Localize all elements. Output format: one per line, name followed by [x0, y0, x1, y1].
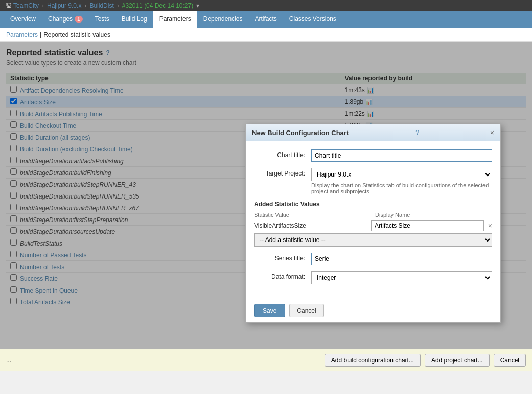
- target-project-label: Target Project:: [254, 168, 305, 177]
- modal-cancel-button[interactable]: Cancel: [289, 304, 323, 317]
- modal-body: Chart title: Target Project: Hajipur 9.0…: [246, 141, 500, 299]
- form-row-data-format: Data format: Integer Float Duration Size: [254, 271, 492, 284]
- display-name-input[interactable]: [371, 220, 484, 231]
- breadcrumb-sep: |: [40, 31, 41, 38]
- tab-dependencies[interactable]: Dependencies: [197, 11, 249, 28]
- tab-parameters[interactable]: Parameters: [153, 11, 197, 28]
- added-value-row-0: VisibleArtifactsSize ×: [254, 220, 492, 231]
- modal-save-button[interactable]: Save: [254, 304, 285, 317]
- top-header: 🏗 TeamCity › Hajipur 9.0.x › BuildDist ›…: [0, 0, 532, 11]
- breadcrumb-reported: Reported statistic values: [43, 31, 110, 38]
- sep3: ›: [117, 2, 119, 9]
- tab-tests[interactable]: Tests: [89, 11, 115, 28]
- col-display-name: Display Name: [375, 212, 492, 218]
- tab-overview[interactable]: Overview: [4, 11, 42, 28]
- series-title-label: Series title:: [254, 253, 305, 262]
- target-project-hint: Display the chart on Statistics tab of b…: [311, 182, 492, 194]
- target-project-field: Hajipur 9.0.x Display the chart on Stati…: [311, 168, 492, 194]
- chart-title-field: [311, 149, 492, 162]
- modal-new-chart: New Build Configuration Chart ? × Chart …: [245, 124, 501, 323]
- add-project-chart-button[interactable]: Add project chart...: [425, 354, 490, 367]
- form-row-chart-title: Chart title:: [254, 149, 492, 162]
- modal-title: New Build Configuration Chart: [252, 129, 349, 137]
- form-row-target-project: Target Project: Hajipur 9.0.x Display th…: [254, 168, 492, 194]
- sep1: ›: [42, 2, 44, 9]
- data-format-select[interactable]: Integer Float Duration Size: [311, 271, 492, 284]
- form-row-series: Series title:: [254, 253, 492, 265]
- breadcrumb-parameters[interactable]: Parameters: [6, 31, 38, 38]
- add-build-config-chart-button[interactable]: Add build configuration chart...: [325, 354, 421, 367]
- tab-changes[interactable]: Changes 1: [42, 11, 89, 28]
- tab-classes-versions[interactable]: Classes Versions: [283, 11, 342, 28]
- tab-buildlog[interactable]: Build Log: [115, 11, 153, 28]
- sep2: ›: [84, 2, 86, 9]
- added-values-section: Added Statistic Values Statistic Value D…: [254, 201, 492, 247]
- nav-tabs: Overview Changes 1 Tests Build Log Param…: [0, 11, 532, 28]
- breadcrumb-project[interactable]: Hajipur 9.0.x: [47, 2, 81, 9]
- chart-title-input[interactable]: [311, 149, 492, 162]
- breadcrumb-builddist[interactable]: BuildDist: [89, 2, 113, 9]
- chart-title-label: Chart title:: [254, 149, 305, 159]
- series-title-input[interactable]: [311, 253, 492, 265]
- teamcity-icon: 🏗: [5, 2, 11, 9]
- series-title-field: [311, 253, 492, 265]
- bottom-bar: ... Add build configuration chart... Add…: [0, 349, 532, 371]
- modal-footer: Save Cancel: [246, 299, 500, 322]
- breadcrumb-teamcity[interactable]: TeamCity: [13, 2, 39, 9]
- col-statistic-value: Statistic Value: [254, 212, 371, 218]
- main-content: Reported statistic values ? Select value…: [0, 42, 532, 349]
- modal-close-button[interactable]: ×: [490, 128, 494, 137]
- data-format-label: Data format:: [254, 271, 305, 280]
- dropdown-icon[interactable]: ▾: [196, 2, 199, 9]
- add-statistic-select[interactable]: -- Add a statistic value --: [254, 233, 492, 247]
- display-name-field: [371, 220, 484, 231]
- modal-help-icon[interactable]: ?: [415, 129, 419, 136]
- cancel-button[interactable]: Cancel: [494, 354, 526, 367]
- add-stat-row: -- Add a statistic value --: [254, 233, 492, 247]
- remove-stat-button[interactable]: ×: [488, 222, 492, 230]
- breadcrumb: Parameters | Reported statistic values: [0, 28, 532, 42]
- breadcrumb-build[interactable]: #32011 (04 Dec 14 10:27): [122, 2, 193, 9]
- bottom-dots: ...: [6, 357, 11, 364]
- added-statistic-title: Added Statistic Values: [254, 201, 492, 208]
- stat-value-name: VisibleArtifactsSize: [254, 222, 367, 229]
- modal-header: New Build Configuration Chart ? ×: [246, 124, 500, 141]
- target-project-select[interactable]: Hajipur 9.0.x: [311, 168, 492, 181]
- changes-badge: 1: [75, 16, 83, 23]
- tab-artifacts[interactable]: Artifacts: [248, 11, 283, 28]
- bottom-bar-actions: Add build configuration chart... Add pro…: [325, 354, 526, 367]
- data-format-field: Integer Float Duration Size: [311, 271, 492, 284]
- added-values-header: Statistic Value Display Name: [254, 212, 492, 218]
